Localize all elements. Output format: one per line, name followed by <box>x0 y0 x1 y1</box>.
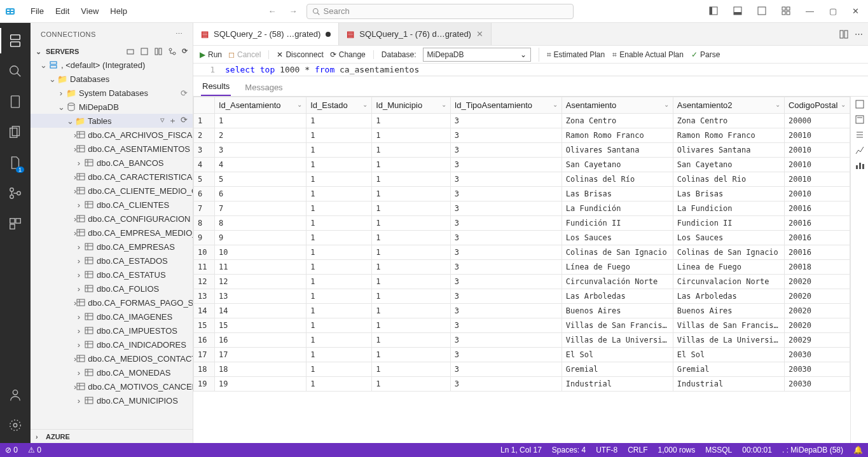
sort-icon[interactable]: ⌄ <box>553 101 558 108</box>
cell[interactable]: 17 <box>214 348 306 362</box>
cell[interactable]: Colinas del Rio <box>673 172 784 187</box>
servers-section[interactable]: ⌄ SERVERS ⟳ <box>31 45 193 58</box>
tab-messages[interactable]: Messages <box>244 79 284 96</box>
cell[interactable]: 1 <box>307 201 372 216</box>
cell[interactable]: La Fundición <box>561 201 673 216</box>
cell[interactable]: Las Brisas <box>673 187 784 201</box>
cell[interactable]: 1 <box>307 362 372 377</box>
cell[interactable]: 12 <box>214 275 306 289</box>
cell[interactable]: 3 <box>214 143 306 158</box>
refresh-tables-icon[interactable]: ⟳ <box>181 115 188 126</box>
save-json-icon[interactable] <box>855 114 865 125</box>
cell[interactable]: 13 <box>214 289 306 304</box>
activity-notebooks-icon[interactable] <box>0 89 31 114</box>
bars-icon[interactable] <box>855 160 865 170</box>
window-maximize-icon[interactable]: ▢ <box>825 4 841 18</box>
more-icon[interactable]: ⋯ <box>176 30 183 38</box>
window-close-icon[interactable]: ✕ <box>848 4 863 18</box>
tree-table-item[interactable]: ›dbo.CA_EMPRESA_MEDIO_C… <box>31 226 193 240</box>
cell[interactable]: 1 <box>307 172 372 187</box>
table-row[interactable]: 77113La FundiciónLa Fundicion20016 <box>194 201 850 216</box>
activity-account-icon[interactable] <box>0 382 31 407</box>
cell[interactable]: 1 <box>307 348 372 362</box>
cell[interactable]: Las Arboledas <box>673 289 784 304</box>
cell[interactable]: 1 <box>372 362 451 377</box>
cell[interactable]: 1 <box>372 260 451 275</box>
save-csv-icon[interactable] <box>855 99 865 109</box>
sort-icon[interactable]: ⌄ <box>664 101 669 108</box>
cell[interactable]: Los Sauces <box>673 231 784 245</box>
table-row[interactable]: 1919113IndustrialIndustrial20030 <box>194 377 850 392</box>
activity-extensions-icon[interactable] <box>0 211 31 236</box>
status-spaces[interactable]: Spaces: 4 <box>552 446 586 454</box>
cell[interactable]: 3 <box>450 158 561 172</box>
tree-table-item[interactable]: ›dbo.CA_ASENTAMIENTOS <box>31 142 193 156</box>
tree-table-item[interactable]: ›dbo.CA_EMPRESAS <box>31 240 193 254</box>
cell[interactable]: 1 <box>372 289 451 304</box>
nav-back-icon[interactable]: ← <box>265 5 280 17</box>
tree-sysdb[interactable]: ›📁System Databases⟳ <box>31 86 193 100</box>
activity-connections-icon[interactable] <box>0 28 31 53</box>
cell[interactable]: 1 <box>307 318 372 333</box>
cell[interactable]: Buenos Aires <box>561 304 673 318</box>
cell[interactable]: 3 <box>450 333 561 348</box>
save-excel-icon[interactable] <box>855 130 865 140</box>
cell[interactable]: 3 <box>450 362 561 377</box>
column-header[interactable]: Id_Municipio⌄ <box>372 97 451 114</box>
window-minimize-icon[interactable]: — <box>802 4 818 18</box>
cell[interactable]: San Cayetano <box>561 158 673 172</box>
activity-files-icon[interactable]: 1 <box>0 150 31 175</box>
tree-server[interactable]: ⌄, <default> (Integrated) <box>31 58 193 72</box>
cell[interactable]: 1 <box>307 289 372 304</box>
cell[interactable]: 1 <box>307 114 372 128</box>
tree-table-item[interactable]: ›dbo.CA_CONFIGURACION <box>31 212 193 226</box>
cell[interactable]: 20030 <box>784 348 850 362</box>
cell[interactable]: 3 <box>450 172 561 187</box>
table-row[interactable]: 1515113Villas de San FranciscoVillas de … <box>194 318 850 333</box>
cell[interactable]: 20016 <box>784 231 850 245</box>
cell[interactable]: 1 <box>307 304 372 318</box>
cell[interactable]: 1 <box>372 348 451 362</box>
cell[interactable]: 20010 <box>784 143 850 158</box>
tree-table-item[interactable]: ›dbo.CA_FORMAS_PAGO_SAT <box>31 296 193 310</box>
cell[interactable]: Gremial <box>561 362 673 377</box>
azure-section[interactable]: ›AZURE <box>31 429 193 443</box>
cell[interactable]: 20010 <box>784 172 850 187</box>
cell[interactable]: 1 <box>307 377 372 392</box>
table-row[interactable]: 66113Las BrisasLas Brisas20010 <box>194 187 850 201</box>
tree-table-item[interactable]: ›dbo.CA_MUNICIPIOS <box>31 393 193 407</box>
refresh-icon[interactable]: ⟳ <box>182 47 188 56</box>
cell[interactable]: 1 <box>307 333 372 348</box>
cell[interactable]: 3 <box>450 231 561 245</box>
cell[interactable]: Colinas del Río <box>561 172 673 187</box>
menu-file[interactable]: File <box>25 4 49 18</box>
cell[interactable]: 3 <box>450 289 561 304</box>
table-row[interactable]: 22113Ramon Romo FrancoRamon Romo Franco2… <box>194 128 850 143</box>
column-header[interactable]: Id_TipoAsentamiento⌄ <box>450 97 561 114</box>
cell[interactable]: 5 <box>214 172 306 187</box>
tab-results[interactable]: Results <box>201 78 231 96</box>
cell[interactable]: 1 <box>372 158 451 172</box>
cell[interactable]: 4 <box>214 158 306 172</box>
cell[interactable]: Circunvalación Norte <box>561 275 673 289</box>
table-row[interactable]: 1111113Línea de FuegoLinea de Fuego20018 <box>194 260 850 275</box>
table-row[interactable]: 1414113Buenos AiresBuenos Aires20020 <box>194 304 850 318</box>
cell[interactable]: Villas de San Francisco <box>561 318 673 333</box>
cell[interactable]: 20020 <box>784 289 850 304</box>
layout-left-icon[interactable] <box>705 4 722 18</box>
column-header[interactable]: Id_Asentamiento⌄ <box>214 97 306 114</box>
cell[interactable]: 1 <box>307 245 372 260</box>
column-header[interactable]: CodigoPostal⌄ <box>784 97 850 114</box>
cell[interactable]: 1 <box>307 260 372 275</box>
cell[interactable]: Los Sauces <box>561 231 673 245</box>
close-tab-icon[interactable]: ✕ <box>476 29 483 39</box>
cell[interactable]: 3 <box>450 187 561 201</box>
new-connection-icon[interactable] <box>126 47 135 56</box>
table-row[interactable]: 1313113Las ArboledasLas Arboledas20020 <box>194 289 850 304</box>
cell[interactable]: 2 <box>214 128 306 143</box>
cell[interactable]: 3 <box>450 318 561 333</box>
cell[interactable]: 1 <box>372 333 451 348</box>
status-encoding[interactable]: UTF-8 <box>596 446 617 454</box>
cell[interactable]: 1 <box>372 114 451 128</box>
tree-tables[interactable]: ⌄📁Tables▿＋⟳ <box>31 114 193 128</box>
